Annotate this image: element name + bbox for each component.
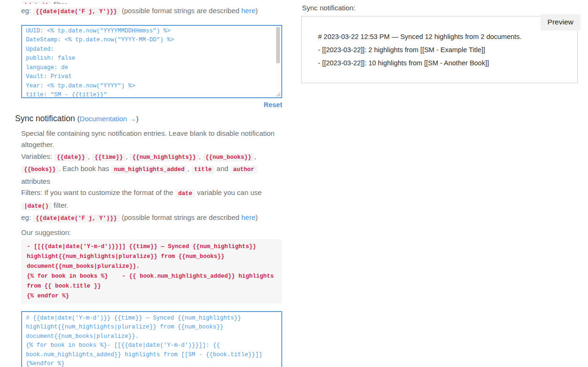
sync-notification-preview-box: Preview # 2023-03-22 12:53 PM — Synced 1… (301, 16, 578, 83)
preview-line: - [[2023-03-22]]: 10 highlights from [[S… (318, 60, 568, 67)
inline-code-chip: {{time}} (92, 153, 126, 162)
preview-line: # 2023-03-22 12:53 PM — Synced 12 highli… (318, 33, 568, 40)
clipped-previous-line: |date() filter. (21, 0, 282, 4)
section-title: Sync notification (15, 114, 75, 123)
preview-tab[interactable]: Preview (540, 14, 580, 31)
paren-close: ) (136, 115, 138, 123)
preview-right-column: Sync notification: Preview # 2023-03-22 … (301, 0, 578, 83)
format-example-line: eg: {{date|date('F j, Y')}} (possible fo… (21, 212, 282, 225)
preview-line: - [[2023-03-22]]: 2 highlights from [[SM… (318, 47, 568, 54)
inline-code-chip: {{date|date('F j, Y')}} (33, 8, 120, 16)
format-example-line: eg: {{date|date('F j, Y')}} (possible fo… (21, 5, 282, 18)
inline-code-chip: title (191, 165, 215, 174)
suggestion-code-block: - [[{{date|date('Y-m-d')}}]] {{time}} — … (21, 239, 282, 304)
notification-template-textarea[interactable] (22, 312, 281, 367)
reset-button[interactable]: Reset (264, 101, 283, 109)
our-suggestion-label: Our suggestion: (21, 228, 282, 236)
plugin-settings-page: { "colors": { "link_blue": "#4a90d9", "i… (0, 0, 588, 367)
reset-row: Reset (21, 101, 282, 109)
textarea-scrollbar-track[interactable] (275, 26, 281, 91)
format-strings-here-link[interactable]: here (241, 7, 255, 15)
inline-code-chip: author (230, 165, 257, 174)
inline-code-chip: {{books}} (21, 165, 59, 174)
notification-template-editor (21, 311, 282, 367)
documentation-link[interactable]: Documentation → (79, 115, 136, 123)
inline-code-chip: {{date}} (54, 153, 88, 162)
settings-left-column: |date() filter. eg: {{date|date('F j, Y'… (15, 0, 282, 367)
inline-code-chip: num_highlights_added (111, 165, 187, 174)
resize-grip-icon[interactable] (276, 92, 280, 96)
file-template-editor (21, 25, 282, 98)
date-filter-line: |date() filter. (21, 0, 68, 4)
file-template-textarea[interactable] (22, 26, 281, 97)
sync-notification-heading: Sync notification (Documentation →) (15, 114, 282, 124)
filters-line: Filters: If you want to customize the fo… (21, 187, 282, 212)
inline-code-chip: date (175, 189, 195, 198)
variables-line: Variables: {{date}}, {{time}}, {{num_hig… (21, 151, 282, 187)
inline-code-chip: {{num_highlights}} (129, 153, 199, 162)
inline-code-chip: {{date|date('F j, Y')}} (33, 214, 120, 223)
textarea-scrollbar-thumb[interactable] (276, 27, 280, 63)
format-strings-here-link[interactable]: here (241, 213, 255, 221)
preview-content: # 2023-03-22 12:53 PM — Synced 12 highli… (302, 16, 577, 67)
sync-notification-description: Special file containing sync notificatio… (21, 128, 282, 151)
inline-code-chip: {{num_books}} (203, 153, 254, 162)
inline-code-chip: |date() (21, 1, 52, 4)
preview-panel-label: Sync notification: (302, 4, 578, 12)
inline-code-chip: |date() (21, 202, 52, 211)
